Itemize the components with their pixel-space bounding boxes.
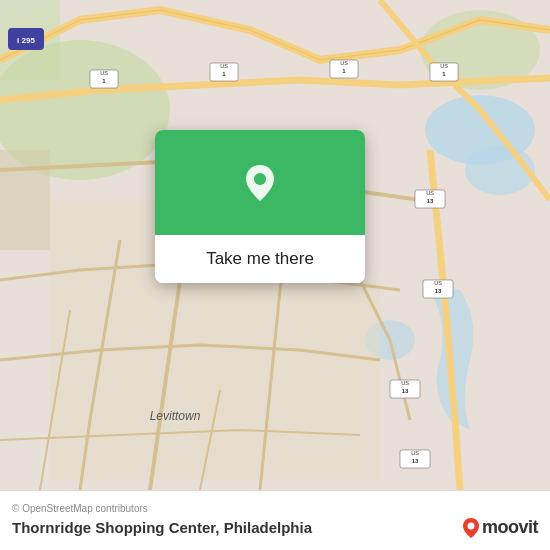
moovit-text: moovit [482,517,538,538]
moovit-pin-icon [462,517,480,539]
svg-rect-7 [0,150,50,250]
svg-text:US: US [220,63,228,69]
svg-point-37 [254,173,266,185]
svg-text:US: US [411,450,419,456]
svg-text:US: US [100,70,108,76]
svg-text:US: US [340,60,348,66]
moovit-logo: moovit [462,517,538,539]
location-name: Thornridge Shopping Center, Philadelphia [12,519,312,536]
bottom-bar: © OpenStreetMap contributors Thornridge … [0,490,550,550]
svg-text:Levittown: Levittown [150,409,201,423]
svg-text:US: US [401,380,409,386]
attribution: © OpenStreetMap contributors [12,503,538,514]
svg-text:US: US [426,190,434,196]
popup-green-area [155,130,365,235]
svg-text:I 295: I 295 [17,36,35,45]
svg-text:US: US [434,280,442,286]
svg-text:US: US [440,63,448,69]
svg-point-38 [467,522,474,529]
svg-text:13: 13 [402,388,409,394]
location-info: Thornridge Shopping Center, Philadelphia… [12,517,538,539]
popup-card: Take me there [155,130,365,283]
map-container[interactable]: I 295 US 1 US 1 US 1 US 1 US 13 [0,0,550,490]
take-me-there-button[interactable]: Take me there [155,235,365,283]
svg-text:13: 13 [427,198,434,204]
svg-rect-9 [200,280,380,480]
svg-text:13: 13 [435,288,442,294]
svg-text:13: 13 [412,458,419,464]
location-pin-icon [238,161,282,205]
